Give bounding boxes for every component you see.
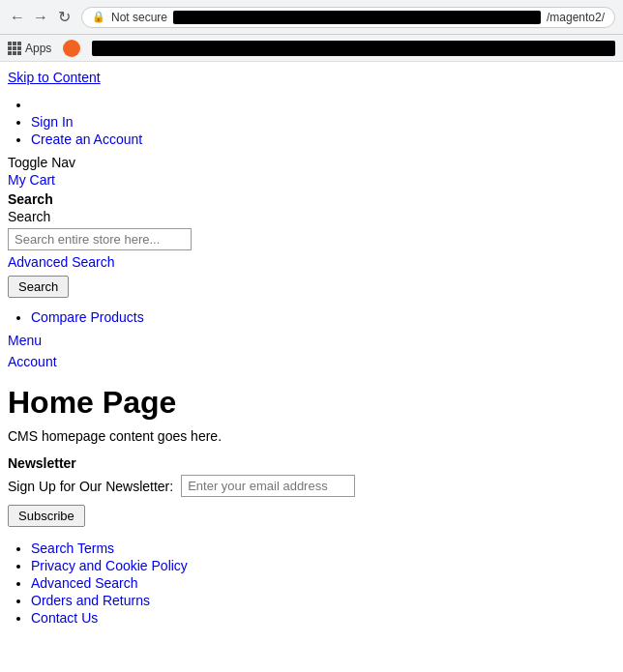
url-not-secure: Not secure — [111, 11, 167, 24]
menu-link[interactable]: Menu — [8, 333, 615, 348]
cms-content: CMS homepage content goes here. — [8, 428, 615, 444]
footer-advanced-search-link[interactable]: Advanced Search — [31, 575, 138, 591]
apps-grid-icon — [8, 42, 21, 55]
footer-link-item-advanced-search: Advanced Search — [31, 575, 615, 591]
url-suffix: /magento2/ — [547, 11, 605, 24]
compare-products-item: Compare Products — [31, 309, 615, 325]
newsletter-email-input[interactable] — [181, 475, 355, 497]
top-nav-list: Sign In Create an Account — [8, 97, 615, 147]
subscribe-button[interactable]: Subscribe — [8, 505, 85, 527]
url-redacted — [173, 11, 541, 24]
nav-list-item-create: Create an Account — [31, 131, 615, 147]
my-cart-link[interactable]: My Cart — [8, 172, 615, 188]
nav-list-item-empty — [31, 97, 615, 112]
footer-link-item-search-terms: Search Terms — [31, 541, 615, 556]
search-section: Search Search Advanced Search Search — [8, 191, 615, 302]
contact-us-link[interactable]: Contact Us — [31, 610, 98, 626]
footer-link-item-orders: Orders and Returns — [31, 593, 615, 608]
create-account-link[interactable]: Create an Account — [31, 131, 142, 147]
magento-logo — [63, 40, 80, 57]
newsletter-label: Sign Up for Our Newsletter: — [8, 479, 173, 494]
apps-button[interactable]: Apps — [8, 42, 51, 55]
advanced-search-link[interactable]: Advanced Search — [8, 254, 615, 270]
search-heading: Search — [8, 191, 615, 207]
address-bar[interactable]: 🔒 Not secure /magento2/ — [81, 7, 615, 28]
newsletter-section: Newsletter Sign Up for Our Newsletter: S… — [8, 455, 615, 531]
page-content: Skip to Content Sign In Create an Accoun… — [0, 62, 623, 626]
forward-button[interactable]: → — [31, 8, 50, 27]
footer-link-item-privacy: Privacy and Cookie Policy — [31, 558, 615, 573]
sign-in-link[interactable]: Sign In — [31, 114, 74, 130]
search-input[interactable] — [8, 228, 192, 250]
lock-icon: 🔒 — [92, 11, 105, 23]
apps-label: Apps — [25, 42, 51, 55]
search-button[interactable]: Search — [8, 276, 69, 298]
newsletter-heading: Newsletter — [8, 455, 615, 471]
orders-returns-link[interactable]: Orders and Returns — [31, 593, 150, 608]
newsletter-row: Sign Up for Our Newsletter: — [8, 475, 615, 497]
skip-to-content-link[interactable]: Skip to Content — [8, 62, 615, 89]
reload-button[interactable]: ↻ — [54, 8, 74, 27]
browser-chrome: ← → ↻ 🔒 Not secure /magento2/ — [0, 0, 623, 35]
footer-links-list: Search Terms Privacy and Cookie Policy A… — [8, 541, 615, 626]
search-terms-link[interactable]: Search Terms — [31, 541, 114, 556]
footer-link-item-contact: Contact Us — [31, 610, 615, 626]
privacy-policy-link[interactable]: Privacy and Cookie Policy — [31, 558, 188, 573]
bookmarks-redacted — [92, 41, 615, 56]
back-button[interactable]: ← — [8, 8, 27, 27]
home-page-title: Home Page — [8, 385, 615, 421]
toggle-nav-label: Toggle Nav — [8, 155, 615, 170]
browser-nav-buttons: ← → ↻ — [8, 8, 74, 27]
search-label: Search — [8, 209, 615, 224]
compare-list: Compare Products — [8, 309, 615, 325]
bookmarks-bar: Apps — [0, 35, 623, 62]
account-link[interactable]: Account — [8, 354, 615, 369]
compare-products-link[interactable]: Compare Products — [31, 309, 144, 325]
nav-list-item-signin: Sign In — [31, 114, 615, 130]
